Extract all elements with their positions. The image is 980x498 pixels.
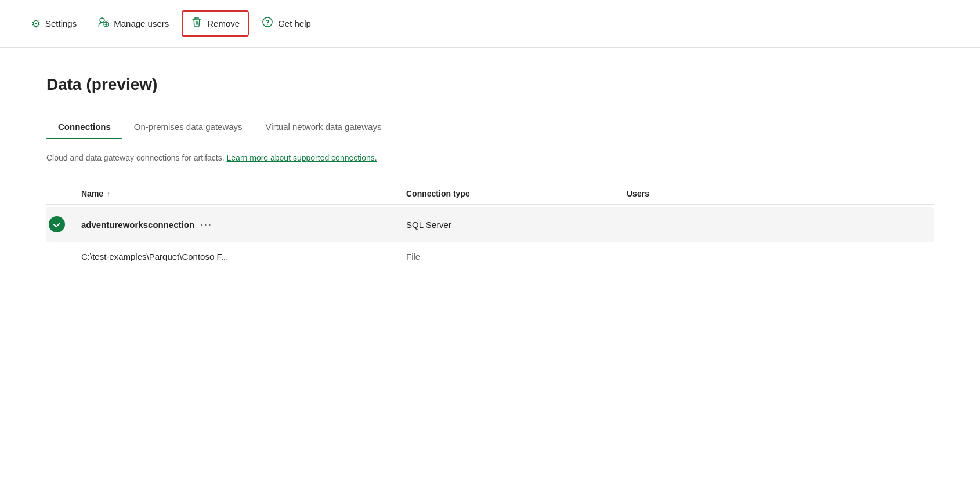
row-name-secondary: C:\test-examples\Parquet\Contoso F... [81, 252, 406, 261]
tab-virtual-network-data-gateways[interactable]: Virtual network data gateways [254, 115, 393, 139]
page-title: Data (preview) [46, 75, 934, 94]
main-content: Data (preview) Connections On-premises d… [0, 48, 980, 299]
svg-text:?: ? [265, 19, 269, 27]
settings-button[interactable]: ⚙ Settings [23, 13, 85, 35]
column-users: Users [627, 189, 743, 198]
table-header: Name ↑ Connection type Users [46, 183, 934, 205]
toolbar: ⚙ Settings Manage users Remove [0, 0, 980, 48]
row-connection-type-secondary: File [406, 252, 627, 261]
learn-more-link[interactable]: Learn more about supported connections. [227, 153, 377, 162]
table-row[interactable]: C:\test-examples\Parquet\Contoso F... Fi… [46, 242, 934, 271]
get-help-button[interactable]: ? Get help [254, 12, 319, 35]
svg-point-0 [100, 18, 104, 23]
row-status-icon [46, 216, 81, 232]
get-help-label: Get help [278, 19, 311, 28]
data-table: Name ↑ Connection type Users adventurewo… [46, 183, 934, 271]
manage-users-icon [97, 16, 109, 31]
description-text: Cloud and data gateway connections for a… [46, 153, 225, 162]
settings-icon: ⚙ [31, 17, 41, 30]
tab-connections[interactable]: Connections [46, 115, 122, 139]
row-name: adventureworksconnection ··· [81, 219, 406, 231]
description: Cloud and data gateway connections for a… [46, 153, 934, 162]
tab-on-premises-data-gateways[interactable]: On-premises data gateways [122, 115, 254, 139]
manage-users-button[interactable]: Manage users [89, 12, 177, 35]
remove-button[interactable]: Remove [182, 10, 249, 37]
check-circle-icon [49, 216, 65, 232]
remove-icon [191, 16, 202, 31]
table-row[interactable]: adventureworksconnection ··· SQL Server [46, 207, 934, 242]
tabs-container: Connections On-premises data gateways Vi… [46, 115, 934, 139]
remove-label: Remove [207, 19, 240, 28]
column-name: Name ↑ [81, 189, 406, 198]
column-connection-type: Connection type [406, 189, 627, 198]
ellipsis-menu[interactable]: ··· [200, 219, 212, 231]
sort-icon: ↑ [107, 190, 110, 197]
get-help-icon: ? [262, 16, 273, 31]
manage-users-label: Manage users [114, 19, 169, 28]
settings-label: Settings [45, 19, 77, 28]
row-connection-type: SQL Server [406, 220, 627, 230]
column-checkbox [46, 189, 81, 198]
